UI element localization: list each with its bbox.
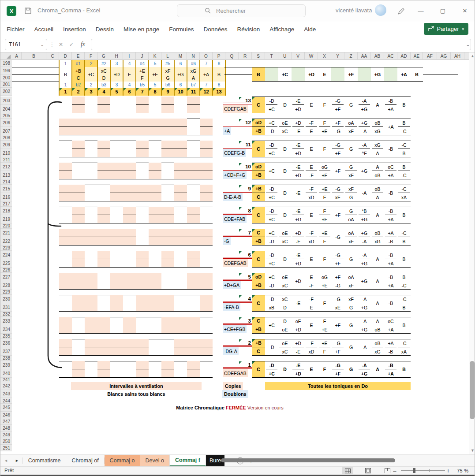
note-cell-top[interactable]: *B <box>358 207 371 215</box>
note-cell-top[interactable]: +E <box>318 339 331 347</box>
note-cell-top[interactable]: B <box>397 273 411 281</box>
note-cell-top[interactable]: +E <box>318 229 331 237</box>
column-header-D[interactable]: D <box>59 52 72 60</box>
note-cell-bottom[interactable]: +A <box>384 105 397 113</box>
note-cell-top[interactable]: -C <box>397 141 411 149</box>
note-cell[interactable]: -B <box>384 141 397 157</box>
note-cell-top[interactable]: -A <box>358 317 371 325</box>
note-name-cell[interactable]: C <box>72 74 85 82</box>
note-cell-top[interactable]: +D <box>292 229 305 237</box>
block-label[interactable]: -DG-A <box>223 347 239 355</box>
note-cell-bottom[interactable]: E <box>305 304 318 311</box>
interval-lower-cell[interactable]: 2 <box>85 82 97 88</box>
column-header-M[interactable]: M <box>174 52 187 60</box>
interval-upper-cell[interactable]: #6 <box>187 60 200 67</box>
scale-header-cell[interactable]: +F <box>344 67 358 82</box>
row-header-246[interactable]: 246 <box>0 412 12 418</box>
row-header-215[interactable]: 215 <box>0 185 12 193</box>
sheet-tab-commaj-o[interactable]: Commaj o <box>105 455 140 466</box>
sheet-tab-commatisme[interactable]: Commatisme <box>23 455 66 466</box>
note-cell-top[interactable]: -B <box>384 273 397 281</box>
note-cell-top[interactable]: oB <box>371 229 384 237</box>
row-header-234[interactable]: 234 <box>0 325 12 334</box>
note-cell[interactable]: G <box>344 251 358 268</box>
row-header-225[interactable]: 225 <box>0 259 12 268</box>
note-cell[interactable]: B <box>397 251 411 268</box>
note-cell[interactable]: A <box>371 207 384 223</box>
scroll-up-icon[interactable]: ▲ <box>471 54 475 58</box>
row-header-207[interactable]: 207 <box>0 127 12 135</box>
note-cell-top[interactable]: -G <box>331 361 344 369</box>
note-cell-bottom[interactable]: -E <box>292 348 305 355</box>
row-header-233[interactable]: 233 <box>0 317 12 325</box>
note-cell-bottom[interactable]: xE <box>331 304 344 311</box>
note-cell-top[interactable]: +D <box>292 119 305 126</box>
row-header-219[interactable]: 219 <box>0 215 12 223</box>
note-cell-top[interactable]: -C <box>397 185 411 193</box>
interval-lower-cell[interactable]: b3 <box>97 82 110 88</box>
note-cell-top[interactable]: -D <box>265 141 278 149</box>
note-cell-bottom[interactable]: +F <box>331 370 344 377</box>
note-cell[interactable]: D <box>278 163 292 179</box>
tonic-value[interactable]: C <box>252 207 265 223</box>
note-name-cell[interactable]: xG <box>187 67 200 74</box>
row-header-226[interactable]: 226 <box>0 268 12 273</box>
note-cell-bottom[interactable]: +E <box>318 216 331 223</box>
note-name-cell[interactable]: A <box>187 74 200 82</box>
row-header-243[interactable]: 243 <box>0 390 12 398</box>
interval-upper-cell[interactable]: 8 <box>213 60 225 67</box>
note-cell-bottom[interactable]: +C <box>265 216 278 223</box>
note-cell-bottom[interactable]: +G <box>358 370 371 377</box>
note-cell-bottom[interactable]: -E <box>292 238 305 245</box>
note-cell-top[interactable]: +C <box>265 273 278 281</box>
note-cell-top[interactable]: -D <box>265 361 278 369</box>
column-header-X[interactable]: X <box>318 52 331 60</box>
note-cell-top[interactable]: F <box>318 317 331 325</box>
column-header-H[interactable]: H <box>110 52 123 60</box>
note-cell-bottom[interactable]: G <box>344 193 358 201</box>
note-cell-top[interactable]: F <box>318 119 331 126</box>
note-cell-bottom[interactable]: -F <box>305 171 318 179</box>
interval-lower-cell[interactable]: 8 <box>213 82 225 88</box>
note-cell-bottom[interactable]: +A <box>384 326 397 333</box>
note-cell[interactable]: +D <box>292 273 305 290</box>
row-header-214[interactable]: 214 <box>0 179 12 185</box>
note-cell[interactable]: G <box>344 361 358 378</box>
row-header-227[interactable]: 227 <box>0 273 12 281</box>
normal-view-icon[interactable] <box>342 467 353 474</box>
note-cell[interactable]: D <box>278 361 292 378</box>
note-name-cell[interactable]: +C <box>85 67 97 82</box>
note-cell-top[interactable]: +D <box>292 339 305 347</box>
note-cell[interactable]: -E <box>292 295 305 312</box>
note-cell-top[interactable]: -C <box>397 295 411 303</box>
green-header-fill[interactable] <box>331 67 344 82</box>
note-cell[interactable]: +G <box>358 273 371 290</box>
interval-upper-cell[interactable]: #4 <box>136 60 149 67</box>
note-cell-bottom[interactable]: xF <box>344 127 358 135</box>
note-cell-bottom[interactable]: +G <box>358 105 371 113</box>
tonic-top[interactable]: C <box>252 317 265 325</box>
note-cell-bottom[interactable]: +A <box>384 216 397 223</box>
column-header-V[interactable]: V <box>292 52 305 60</box>
note-name-cell[interactable]: xF <box>161 67 174 74</box>
row-header-244[interactable]: 244 <box>0 398 12 404</box>
note-cell-bottom[interactable]: +D <box>292 149 305 157</box>
column-header-B[interactable]: B <box>22 52 46 60</box>
interval-upper-cell[interactable]: 1 <box>59 60 72 67</box>
note-cell-bottom[interactable]: +D <box>292 105 305 113</box>
note-cell[interactable]: E <box>305 317 318 334</box>
note-cell[interactable]: E <box>305 361 318 378</box>
tonic-value[interactable]: C <box>252 141 265 157</box>
column-header-AH[interactable]: AH <box>451 52 464 60</box>
note-cell-top[interactable]: oB <box>371 339 384 347</box>
note-cell-bottom[interactable]: -E <box>292 127 305 135</box>
note-cell[interactable]: A <box>371 97 384 113</box>
row-header-222[interactable]: 222 <box>0 237 12 245</box>
column-header-L[interactable]: L <box>161 52 174 60</box>
note-cell-bottom[interactable]: +D <box>292 216 305 223</box>
column-header-G[interactable]: G <box>97 52 110 60</box>
tonic-top[interactable]: C <box>252 229 265 237</box>
note-cell[interactable]: G <box>344 317 358 334</box>
note-cell-top[interactable]: A <box>371 163 384 171</box>
note-cell[interactable]: G <box>344 339 358 356</box>
